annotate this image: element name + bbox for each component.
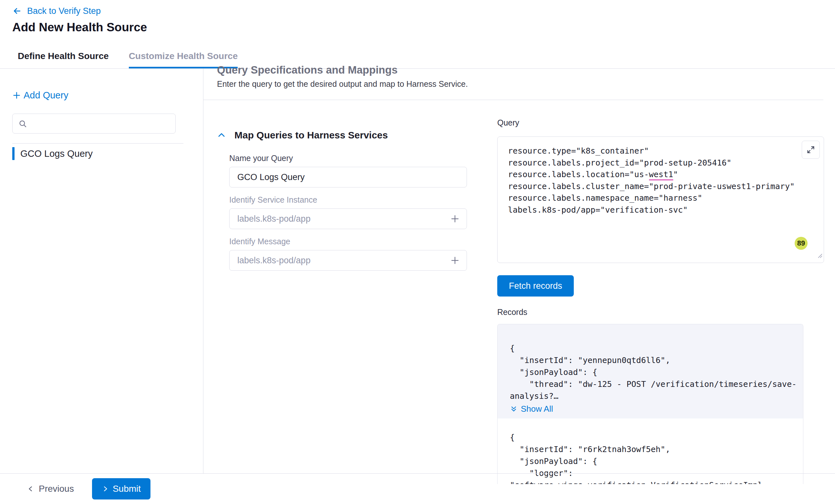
content-area: Add Query GCO Logs Query Query Specifica… [0, 69, 835, 474]
spellcheck-underlined-word: west1 [649, 170, 673, 181]
record-item-1: { "insertId": "yennepun0qtd6ll6", "jsonP… [497, 324, 803, 419]
tab-define-health-source[interactable]: Define Health Source [18, 45, 109, 68]
query-name-input[interactable] [229, 167, 467, 187]
service-instance-input[interactable] [229, 208, 467, 229]
query-line: resource.labels.namespace_name="harness" [508, 192, 795, 204]
show-all-link[interactable]: Show All [510, 404, 553, 414]
records-container: { "insertId": "yennepun0qtd6ll6", "jsonP… [497, 324, 803, 484]
map-queries-section: Map Queries to Harness Services Name you… [217, 130, 479, 271]
add-health-source-page: Back to Verify Step Add New Health Sourc… [0, 0, 835, 504]
map-queries-collapse-toggle[interactable]: Map Queries to Harness Services [217, 130, 388, 141]
submit-label: Submit [113, 484, 141, 494]
wizard-footer: Previous Submit [0, 474, 835, 504]
show-all-label: Show All [521, 404, 553, 414]
query-specifications-panel: Query Specifications and Mappings Enter … [203, 69, 835, 474]
expand-query-button[interactable] [802, 141, 820, 159]
name-your-query-label: Name your Query [229, 153, 479, 163]
chevron-right-icon [102, 485, 109, 492]
service-instance-add-button[interactable] [448, 211, 462, 226]
query-textarea[interactable]: resource.type="k8s_container" resource.l… [497, 136, 824, 263]
map-queries-heading: Map Queries to Harness Services [235, 130, 388, 141]
query-sidebar: Add Query GCO Logs Query [0, 69, 203, 474]
message-input[interactable] [229, 250, 467, 271]
search-icon [18, 119, 27, 128]
previous-label: Previous [39, 484, 74, 494]
identify-message-label: Identify Message [229, 237, 479, 246]
submit-button[interactable]: Submit [92, 478, 150, 500]
page-header: Back to Verify Step Add New Health Sourc… [0, 0, 835, 45]
records-label: Records [497, 308, 824, 317]
textarea-resize-handle[interactable] [816, 250, 823, 262]
query-label: Query [497, 118, 824, 127]
back-to-verify-link[interactable]: Back to Verify Step [12, 4, 101, 17]
query-line: labels.k8s-pod/app="verification-svc" [508, 204, 795, 216]
back-arrow-icon [12, 6, 22, 16]
message-add-button[interactable] [448, 253, 462, 268]
chevron-left-icon [27, 485, 34, 492]
query-line: resource.labels.cluster_name="prod-priva… [508, 181, 795, 193]
query-records-section: Query resource.type="k8s_container" reso… [497, 118, 824, 484]
record-json: { "insertId": "yennepun0qtd6ll6", "jsonP… [510, 342, 791, 402]
expand-icon [806, 145, 815, 154]
plus-icon [12, 91, 21, 100]
query-line: resource.labels.location="us-west1" [508, 169, 795, 181]
query-line: resource.labels.project_id="prod-setup-2… [508, 157, 795, 169]
chevron-up-icon [217, 131, 226, 140]
add-query-button[interactable]: Add Query [12, 90, 68, 101]
message-field [229, 250, 467, 271]
identify-service-instance-label: Identify Service Instance [229, 195, 479, 205]
add-query-label: Add Query [24, 90, 68, 101]
character-count-badge: 89 [795, 237, 808, 250]
selected-indicator-bar [12, 147, 15, 160]
query-search-input[interactable] [32, 119, 169, 129]
double-chevron-down-icon [510, 405, 517, 413]
query-search-box [12, 113, 176, 133]
fetch-records-button[interactable]: Fetch records [497, 275, 574, 296]
service-instance-field [229, 208, 467, 229]
section-heading: Query Specifications and Mappings [217, 64, 820, 77]
mapping-form: Name your Query Identify Service Instanc… [229, 153, 479, 271]
section-subheading: Enter the query to get the desired outpu… [217, 79, 820, 89]
query-line: resource.type="k8s_container" [508, 145, 795, 157]
query-item-label: GCO Logs Query [20, 148, 93, 159]
page-title: Add New Health Source [12, 21, 835, 34]
previous-button[interactable]: Previous [27, 484, 74, 494]
back-link-label: Back to Verify Step [27, 6, 101, 16]
sidebar-item-gco-logs-query[interactable]: GCO Logs Query [12, 144, 195, 164]
